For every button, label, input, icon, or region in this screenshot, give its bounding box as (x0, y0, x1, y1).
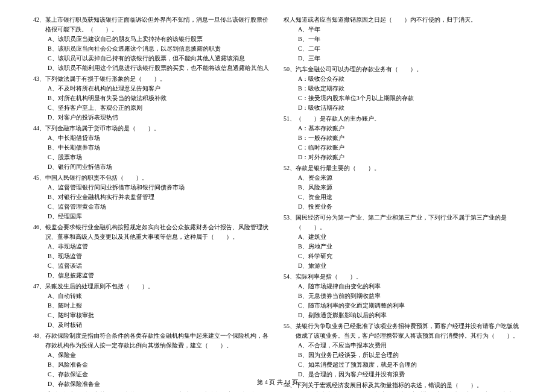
question-44: 44、下列金融市场属于货币市场的是（ ）。 A、中长期借贷市场 B、中长期债券市… (33, 124, 271, 172)
question-47: 47、呆账发生后的处理原则不包括（ ）。 A、自动转账 B、随时上报 C、随时审… (33, 282, 271, 330)
option-a: A、中长期借贷市场 (33, 133, 271, 143)
question-52: 52、存款是银行最主要的（ ）。 A、资金来源 B、风险来源 C、资金用途 D、… (284, 163, 522, 212)
option-d: D、对客户的投诉表现热情 (33, 113, 271, 122)
option-a: A、不及时将所在机构的处理意见告知客户 (33, 84, 271, 93)
option-c: C、随时审核审批 (33, 311, 271, 320)
option-d: D、投资业务 (284, 202, 522, 212)
option-d: D、剔除通货膨胀影响以后的利率 (284, 311, 522, 320)
option-a: A：基本存款账户 (284, 124, 522, 133)
option-b: B、现场监管 (33, 251, 271, 261)
option-c: C、监督管理黄金市场 (33, 202, 271, 212)
option-c: C：接受境内股东单位3个月以上期限的存款 (284, 93, 522, 103)
option-b: B、中长期债券市场 (33, 143, 271, 153)
page-footer: 第 4 页 共 14 页 (0, 378, 555, 387)
option-a: A、半年 (284, 25, 522, 34)
option-c: C：临时存款账户 (284, 143, 522, 153)
option-c: C、股票市场 (33, 153, 271, 162)
option-c: C、如果消费超过了预算额度，就是不合理的 (284, 360, 522, 370)
left-column: 42、某上市银行职员获知该银行正面临诉讼但外界尚不知情，消息一旦传出该银行股票价… (27, 15, 278, 392)
question-50: 50、汽车金融公司可以办理的存款业务有（ ）。 A：吸收公众存款 B：吸收定期存… (284, 65, 522, 113)
option-a: A、监督管理银行间同业拆借市场和银行间债券市场 (33, 183, 271, 192)
question-49-cont: 权人知道或者应当知道撤销原因之日起（ ）内不行使的，归于消灭。 A、半年 B、一… (284, 15, 522, 63)
option-b: B、对所在机构明显有失妥当的做法积极补救 (33, 93, 271, 103)
question-text: 54、实际利率是指（ ）。 (284, 272, 522, 282)
option-d: D、三年 (284, 54, 522, 63)
option-a: A、资金来源 (284, 173, 522, 183)
question-text: 42、某上市银行职员获知该银行正面临诉讼但外界尚不知情，消息一旦传出该银行股票价… (33, 15, 271, 34)
question-54: 54、实际利率是指（ ）。 A、随市场规律自由变化的利率 B、无息债券当前的到期… (284, 272, 522, 320)
question-text: 53、国民经济可分为第一产业、第二产业和第三产业，下列行业不属于第三产业的是（ … (284, 213, 522, 232)
option-d: D、旅游业 (284, 261, 522, 271)
question-text: 52、存款是银行最主要的（ ）。 (284, 163, 522, 173)
question-text: 51、（ ）是存款人的主办账户。 (284, 114, 522, 124)
option-d: D、该职员不能利用这个消息进行该银行股票的买卖，也不能将该信息透露给其他人 (33, 63, 271, 73)
option-b: B、风险准备金 (33, 360, 271, 370)
question-43: 43、下列做法属于有损于银行形象的是（ ）。 A、不及时将所在机构的处理意见告知… (33, 74, 271, 122)
option-b: B、因为业务已经谈妥，所以是合理的 (284, 350, 522, 360)
option-d: D：对外存款账户 (284, 153, 522, 162)
question-text: 55、某银行为争取业务已经批准了该项业务招待费预算，而客户经理并没有请客户吃饭就… (284, 321, 522, 341)
option-a: A：吸收公众存款 (284, 74, 522, 84)
option-d: D：吸收活期存款 (284, 103, 522, 113)
exam-page: 42、某上市银行职员获知该银行正面临诉讼但外界尚不知情，消息一旦传出该银行股票价… (0, 15, 555, 392)
option-a: A、建筑业 (284, 232, 522, 242)
option-c: C、资金用途 (284, 192, 522, 202)
question-text: 47、呆账发生后的处理原则不包括（ ）。 (33, 282, 271, 291)
question-55: 55、某银行为争取业务已经批准了该项业务招待费预算，而客户经理并没有请客户吃饭就… (284, 321, 522, 379)
option-d: D、信息披露监管 (33, 271, 271, 280)
question-46: 46、银监会要求银行业金融机构按照规定如实向社会公众披露财务会计报告、风险管理状… (33, 223, 271, 280)
question-text: 46、银监会要求银行业金融机构按照规定如实向社会公众披露财务会计报告、风险管理状… (33, 223, 271, 242)
option-a: A、该职员应当建议自己的朋友马上卖掉持有的该银行股票 (33, 34, 271, 44)
option-a: A、非现场监管 (33, 242, 271, 251)
option-b: B：一般存款账户 (284, 133, 522, 143)
option-c: C、二年 (284, 44, 522, 54)
question-51: 51、（ ）是存款人的主办账户。 A：基本存款账户 B：一般存款账户 C：临时存… (284, 114, 522, 162)
option-b: B、一年 (284, 34, 522, 44)
option-d: D、银行间同业拆借市场 (33, 162, 271, 172)
option-a: A、不合理，不应当申报本次费用 (284, 341, 522, 350)
question-42: 42、某上市银行职员获知该银行正面临诉讼但外界尚不知情，消息一旦传出该银行股票价… (33, 15, 271, 73)
option-b: B：吸收定期存款 (284, 84, 522, 93)
question-text: 45、中国人民银行的职责不包括（ ）。 (33, 173, 271, 183)
option-b: B、该职员应当向社会公众透露这个消息，以尽到信息披露的职责 (33, 44, 271, 54)
question-text: 48、存款保险制度是指由符合条件的各类存款性金融机构集中起来建立一个保险机构，各… (33, 331, 271, 350)
option-c: C、坚持客户至上、客观公正的原则 (33, 103, 271, 113)
option-b: B、风险来源 (284, 183, 522, 192)
question-text: 50、汽车金融公司可以办理的存款业务有（ ）。 (284, 65, 522, 74)
question-text: 权人知道或者应当知道撤销原因之日起（ ）内不行使的，归于消灭。 (284, 15, 522, 25)
option-c: C、该职员可以卖掉自己持有的该银行的股票，但不能向其他人透露该消息 (33, 54, 271, 63)
option-c: C、监督谈话 (33, 261, 271, 271)
option-d: D、及时核销 (33, 320, 271, 330)
option-b: B、房地产业 (284, 242, 522, 251)
option-a: A、自动转账 (33, 291, 271, 301)
question-text: 44、下列金融市场属于货币市场的是（ ）。 (33, 124, 271, 133)
option-b: B、随时上报 (33, 301, 271, 311)
option-d: D、经理国库 (33, 212, 271, 221)
question-text: 43、下列做法属于有损于银行形象的是（ ）。 (33, 74, 271, 84)
option-b: B、对银行业金融机构实行并表监督管理 (33, 192, 271, 202)
right-column: 权人知道或者应当知道撤销原因之日起（ ）内不行使的，归于消灭。 A、半年 B、一… (278, 15, 528, 392)
option-b: B、无息债券当前的到期收益率 (284, 291, 522, 301)
option-a: A、保险金 (33, 350, 271, 360)
option-a: A、随市场规律自由变化的利率 (284, 282, 522, 291)
question-45: 45、中国人民银行的职责不包括（ ）。 A、监督管理银行间同业拆借市场和银行间债… (33, 173, 271, 221)
option-c: C、科学研究 (284, 251, 522, 261)
option-c: C、随市场利率的变化而定期调整的利率 (284, 301, 522, 311)
question-53: 53、国民经济可分为第一产业、第二产业和第三产业，下列行业不属于第三产业的是（ … (284, 213, 522, 271)
